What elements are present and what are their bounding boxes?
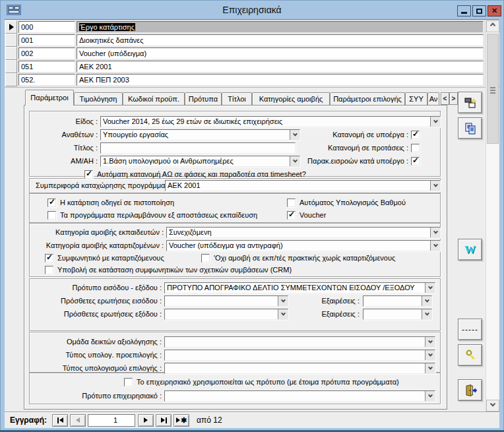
- exaireseis2-combobox[interactable]: [363, 309, 432, 320]
- record-name-cell[interactable]: Voucher (υπόδειγμα): [77, 47, 484, 59]
- typos-epilogis-combobox[interactable]: [164, 363, 435, 374]
- minimize-button[interactable]: [457, 5, 471, 16]
- record-name-cell[interactable]: ΑΕΚ ΠΕΠ 2003: [77, 74, 484, 86]
- tab-parametroi-epilogis[interactable]: Παράμετροι επιλογής: [330, 92, 405, 106]
- dropdown-arrow-icon[interactable]: [425, 283, 435, 293]
- exit-button[interactable]: [458, 379, 482, 401]
- dropdown-arrow-icon[interactable]: [422, 309, 431, 319]
- tab-titloi[interactable]: Τίτλοι: [222, 92, 252, 106]
- record-name-cell[interactable]: ΑΕΚ 2001: [77, 61, 484, 73]
- record-number-input[interactable]: 1: [88, 414, 135, 427]
- list-item[interactable]: 000 Έργο κατάρτισης: [5, 20, 499, 34]
- record-code-cell[interactable]: 002: [18, 47, 75, 59]
- tab-scroll-right-button[interactable]: >: [449, 92, 458, 105]
- katanomi-ypoerga-checkbox[interactable]: [411, 131, 420, 139]
- record-name-cell[interactable]: Έργο κατάρτισης: [77, 21, 484, 33]
- list-item[interactable]: 001 Διοικητικές δαπάνες: [5, 34, 499, 47]
- row-selector[interactable]: [5, 47, 17, 60]
- auto-vathmos-checkbox[interactable]: [287, 199, 296, 207]
- copy-icon: [464, 122, 477, 135]
- katartisi-checkbox[interactable]: [47, 199, 56, 207]
- titlos-input[interactable]: [100, 142, 296, 154]
- tab-syy[interactable]: ΣΥΥ: [405, 92, 427, 106]
- tab-scroll-left-button[interactable]: <: [441, 92, 449, 105]
- dropdown-arrow-icon[interactable]: [278, 296, 288, 306]
- katanomi-protaseis-checkbox[interactable]: [411, 144, 420, 152]
- ex-apostaseos-checkbox[interactable]: [47, 211, 56, 220]
- scroll-up-button[interactable]: [486, 20, 499, 32]
- symperifora-combobox[interactable]: ΑΕΚ 2001: [165, 180, 441, 191]
- new-record-nav-button[interactable]: ✱: [173, 414, 189, 427]
- maximize-button[interactable]: [472, 5, 486, 16]
- copy-button[interactable]: [458, 117, 482, 139]
- record-code-cell[interactable]: 001: [18, 34, 75, 46]
- tab-katigories-amoivis[interactable]: Κατηγορίες αμοιβής: [252, 92, 330, 106]
- dropdown-arrow-icon[interactable]: [278, 309, 288, 319]
- dropdown-arrow-icon[interactable]: [430, 241, 440, 251]
- dropdown-arrow-icon[interactable]: [422, 296, 431, 306]
- exit-door-icon: [464, 384, 477, 397]
- vertical-scrollbar[interactable]: [486, 20, 499, 412]
- dropdown-arrow-icon[interactable]: [425, 350, 435, 360]
- tab-timologisi[interactable]: Τιμολόγηση: [74, 92, 123, 106]
- title-bar: Επιχειρησιακά ✕: [0, 0, 504, 19]
- omada-combobox[interactable]: [164, 336, 435, 348]
- dropdown-arrow-icon[interactable]: [425, 363, 435, 373]
- close-button[interactable]: ✕: [488, 5, 501, 16]
- word-icon: W: [464, 244, 476, 255]
- row-selector[interactable]: [5, 34, 17, 47]
- voucher-checkbox[interactable]: [287, 211, 296, 220]
- previous-record-button[interactable]: [70, 414, 86, 427]
- tab-parametroi[interactable]: Παράμετροι: [25, 90, 74, 106]
- ypovoli-checkbox[interactable]: [45, 266, 53, 274]
- tab-an[interactable]: Αν: [427, 92, 439, 106]
- record-name-cell[interactable]: Διοικητικές δαπάνες: [77, 34, 484, 46]
- dropdown-arrow-icon[interactable]: [430, 117, 440, 127]
- row-selector[interactable]: [5, 73, 17, 86]
- symfonitiko-checkbox[interactable]: [45, 254, 53, 262]
- parak-eisroon-checkbox[interactable]: [411, 157, 420, 166]
- list-item[interactable]: 052. ΑΕΚ ΠΕΠ 2003: [5, 73, 499, 86]
- dashes-button[interactable]: -----: [458, 319, 482, 340]
- next-record-button[interactable]: [138, 414, 154, 427]
- amah-combobox[interactable]: 1.Βάση υπολογισμού οι Ανθρωποημέρες: [100, 156, 300, 167]
- record-code-cell[interactable]: 052.: [18, 74, 75, 86]
- last-record-button[interactable]: [156, 414, 172, 427]
- anatheton-combobox[interactable]: Υπουργείο εργασίας: [100, 129, 300, 140]
- exaireseis1-combobox[interactable]: [363, 295, 432, 307]
- dropdown-arrow-icon[interactable]: [430, 228, 440, 237]
- parak-eisroon-label: Παρακ.εισροών κατά υποέργο :: [295, 156, 408, 167]
- record-code-cell[interactable]: 051: [18, 61, 75, 73]
- oxi-amoivi-label: 'Οχι αμοιβή σε εκπ/τές πρακτικής χωρίς κ…: [214, 253, 395, 264]
- protypo-eisodou-combobox[interactable]: ΠΡΟΤΥΠΟ ΑΠΟΓΡΑΦΙΚΟ ΔΕΛΤΙΟ ΣΥΜΜΕΤΕΧΟΝΤΩΝ …: [164, 282, 435, 293]
- first-record-button[interactable]: [52, 414, 68, 427]
- katartizomenon-combobox[interactable]: Voucher (υπόδειγμα για αντιγραφή): [166, 240, 441, 251]
- list-item[interactable]: 051 ΑΕΚ 2001: [5, 60, 499, 73]
- dropdown-arrow-icon[interactable]: [425, 337, 435, 347]
- tab-kodikoi-proyp[interactable]: Κωδικοί προϋπ.: [123, 92, 185, 106]
- word-export-button[interactable]: W: [458, 239, 482, 261]
- record-code-cell[interactable]: 000: [18, 21, 75, 33]
- katartisi-label: Η κατάρτιση οδηγεί σε πιστοποίηση: [60, 197, 174, 208]
- typos-proepilogis-combobox[interactable]: [164, 350, 435, 361]
- typos-epilogis-value: [165, 363, 425, 373]
- tab-protypa[interactable]: Πρότυπα: [185, 92, 222, 106]
- ekpaideuton-combobox[interactable]: Συνεχιζόμενη: [166, 227, 441, 238]
- template-use-checkbox[interactable]: [124, 378, 133, 386]
- oxi-amoivi-checkbox[interactable]: [201, 254, 210, 262]
- list-item[interactable]: 002 Voucher (υπόδειγμα): [5, 47, 499, 60]
- scroll-down-button[interactable]: [486, 400, 499, 412]
- key-button[interactable]: [458, 344, 482, 366]
- scrollbar-thumb[interactable]: [487, 34, 499, 144]
- row-selector[interactable]: [5, 20, 17, 34]
- omada-label: Ομάδα δεικτών αξιολόγησης :: [32, 336, 162, 348]
- dropdown-arrow-icon[interactable]: [425, 391, 435, 401]
- dropdown-arrow-icon[interactable]: [430, 181, 440, 191]
- protypo-epix-combobox[interactable]: [164, 390, 435, 402]
- new-record-button[interactable]: [458, 92, 482, 113]
- auto-katanomi-checkbox[interactable]: [84, 170, 93, 179]
- eidos-combobox[interactable]: Voucher 2014, 25 έως 29 ετών σε ιδιωτικέ…: [100, 116, 441, 127]
- erotiseis-eisodou-combobox[interactable]: [164, 295, 288, 307]
- row-selector[interactable]: [5, 60, 17, 73]
- erotiseis-exodou-combobox[interactable]: [164, 309, 288, 320]
